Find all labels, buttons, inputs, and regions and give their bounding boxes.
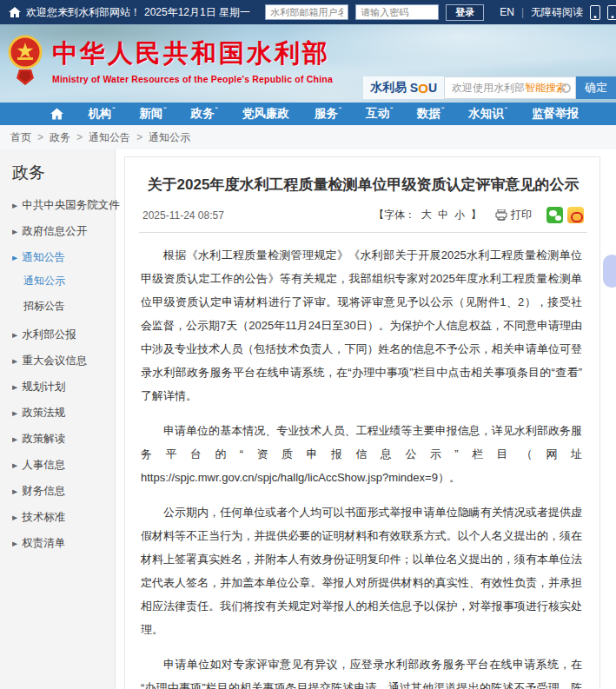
site-search-input[interactable]: 欢迎使用水利部智能搜索	[444, 76, 576, 99]
nav-home-icon[interactable]	[50, 108, 63, 120]
paragraph: 公示期内，任何单位或者个人均可以书面形式举报申请单位隐瞒有关情况或者提供虚假材料…	[141, 500, 582, 641]
sidebar: 政务 ▶中共中央国务院文件 ▶政府信息公开 ▶通知公告 通知公示 招标公告 ▶水…	[0, 149, 116, 689]
paragraph: 根据《水利工程质量检测管理规定》《水利部关于开展2025水利工程质量检测单位甲级…	[141, 243, 582, 407]
accessibility-link[interactable]: 无障碍阅读	[531, 5, 583, 20]
sidebar-item-plans[interactable]: ▶规划计划	[12, 380, 115, 394]
search-submit-button[interactable]: 确定	[576, 76, 616, 99]
breadcrumb-notices[interactable]: 通知公告	[89, 130, 130, 145]
nav-item-interact[interactable]: 互动ˇ	[366, 106, 393, 122]
paragraph: 申请单位的基本情况、专业技术人员、工程业绩等主要申报信息，详见水利部政务服务平台…	[141, 419, 582, 489]
article-title: 关于2025年度水利工程质量检测单位甲级资质认定评审意见的公示	[139, 175, 587, 195]
nav-item-supervision[interactable]: 监督举报	[532, 106, 580, 122]
password-input[interactable]	[355, 4, 439, 20]
nav-item-knowledge[interactable]: 水知识ˇ	[468, 106, 507, 122]
sidebar-subitem-bidding[interactable]: 招标公告	[23, 299, 115, 314]
triangle-icon: ▶	[12, 540, 17, 547]
sidebar-subitem-notice-publicity[interactable]: 通知公示	[23, 274, 115, 288]
sidebar-item-major-meetings[interactable]: ▶重大会议信息	[12, 354, 115, 368]
voice-search-icon[interactable]	[561, 83, 571, 93]
email-username-input[interactable]	[265, 4, 348, 20]
tablet-icon[interactable]	[607, 5, 616, 20]
main-nav: 机构ˇ 新闻ˇ 政务ˇ 党风廉政 服务ˇ 互动ˇ 数据ˇ 水知识ˇ 监督举报	[0, 103, 616, 125]
page: 欢迎您来到水利部网站！ 2025年12月1日 星期一 登录 EN | 无障碍阅读	[0, 0, 616, 689]
triangle-icon: ▶	[12, 461, 17, 468]
wechat-share-icon[interactable]	[546, 207, 563, 223]
triangle-icon: ▶	[12, 202, 17, 209]
triangle-icon: ▶	[12, 513, 17, 520]
breadcrumb-govaffairs[interactable]: 政务	[50, 130, 70, 145]
sidebar-item-central-docs[interactable]: ▶中共中央国务院文件	[12, 198, 115, 213]
nav-item-party[interactable]: 党风廉政	[242, 106, 290, 122]
search-logo: 水利易 SOU	[363, 76, 444, 99]
print-button[interactable]: 打印	[495, 208, 532, 222]
site-search: 水利易 SOU 欢迎使用水利部智能搜索 确定	[363, 76, 616, 99]
mobile-phone-icon[interactable]	[590, 5, 600, 20]
nav-item-services[interactable]: 服务ˇ	[315, 106, 341, 122]
site-banner: 中华人民共和国水利部 Ministry of Water Resources o…	[0, 24, 616, 103]
scrollbar-thumb[interactable]	[603, 255, 616, 288]
home-icon[interactable]	[9, 7, 21, 17]
triangle-icon: ▶	[12, 228, 17, 235]
national-emblem-icon	[7, 35, 43, 85]
lang-en-link[interactable]: EN	[500, 6, 514, 18]
site-brand: 中华人民共和国水利部 Ministry of Water Resources o…	[7, 35, 333, 85]
sidebar-title: 政务	[12, 162, 115, 184]
nav-item-govaffairs[interactable]: 政务ˇ	[190, 106, 217, 122]
sidebar-item-finance[interactable]: ▶财务信息	[12, 484, 115, 499]
triangle-icon: ▶	[12, 409, 17, 416]
sidebar-item-tech-standards[interactable]: ▶技术标准	[12, 510, 115, 525]
article-body: 根据《水利工程质量检测管理规定》《水利部关于开展2025水利工程质量检测单位甲级…	[139, 233, 587, 689]
triangle-icon: ▶	[12, 331, 17, 338]
site-title-en: Ministry of Water Resources of the Peopl…	[52, 74, 333, 84]
triangle-icon: ▶	[12, 487, 17, 494]
site-title: 中华人民共和国水利部	[52, 36, 333, 71]
triangle-icon: ▶	[12, 254, 17, 261]
font-size-controls: 【字体： 大 中 小 】	[374, 208, 481, 222]
sidebar-item-policy-interpretation[interactable]: ▶政策解读	[12, 432, 115, 447]
triangle-icon: ▶	[12, 383, 17, 390]
article-meta: 2025-11-24 08:57 【字体： 大 中 小 】 打印	[139, 207, 587, 233]
topbar-date: 2025年12月1日 星期一	[144, 5, 250, 20]
breadcrumb-home[interactable]: 首页	[10, 130, 31, 145]
nav-item-data[interactable]: 数据ˇ	[417, 106, 444, 122]
paragraph: 申请单位如对专家评审意见有异议，应登录水利部政务服务平台在线申请系统，在“办理中…	[141, 653, 582, 689]
welcome-text: 欢迎您来到水利部网站！	[26, 5, 141, 20]
breadcrumb-current: 通知公示	[149, 130, 190, 145]
nav-item-orgs[interactable]: 机构ˇ	[88, 106, 115, 122]
sidebar-item-policies-laws[interactable]: ▶政策法规	[12, 406, 115, 421]
sidebar-item-responsibility-list[interactable]: ▶权责清单	[12, 536, 115, 551]
nav-item-news[interactable]: 新闻ˇ	[139, 106, 166, 122]
sidebar-item-personnel[interactable]: ▶人事信息	[12, 458, 115, 473]
breadcrumb: 首页 > 政务 > 通知公告 > 通知公示	[0, 125, 616, 149]
weibo-share-icon[interactable]	[567, 207, 584, 223]
login-button[interactable]: 登录	[446, 4, 484, 21]
font-size-small[interactable]: 小	[454, 208, 465, 222]
printer-icon	[495, 209, 507, 221]
article-panel: 关于2025年度水利工程质量检测单位甲级资质认定评审意见的公示 2025-11-…	[124, 156, 600, 689]
topbar: 欢迎您来到水利部网站！ 2025年12月1日 星期一 登录 EN | 无障碍阅读	[0, 0, 616, 24]
sidebar-item-info-disclosure[interactable]: ▶政府信息公开	[12, 224, 115, 239]
sidebar-item-notices[interactable]: ▶通知公告	[12, 250, 115, 265]
publish-date: 2025-11-24 08:57	[142, 209, 224, 222]
font-size-medium[interactable]: 中	[438, 208, 448, 222]
sidebar-item-bulletin[interactable]: ▶水利部公报	[12, 328, 115, 342]
font-size-large[interactable]: 大	[421, 208, 432, 222]
triangle-icon: ▶	[12, 357, 17, 364]
triangle-icon: ▶	[12, 435, 17, 442]
